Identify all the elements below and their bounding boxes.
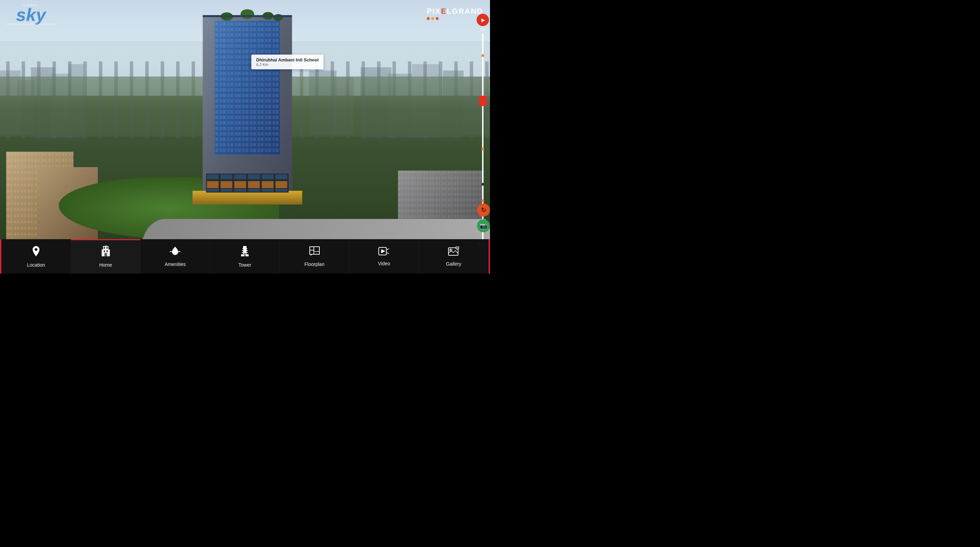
svg-rect-37 — [107, 247, 108, 249]
nav-label-floorplan: Floorplan — [305, 262, 325, 267]
svg-line-58 — [388, 253, 389, 254]
refresh-button[interactable]: ↻ — [477, 203, 490, 217]
location-tooltip: Dhirubhai Ambani Intl School 6.2 Km — [251, 55, 323, 69]
svg-rect-44 — [242, 250, 248, 251]
amenities-icon — [169, 246, 181, 259]
brand-dots — [427, 17, 483, 20]
video-icon — [378, 247, 390, 258]
gallery-icon — [448, 246, 460, 258]
slider-dot-bottom — [481, 200, 484, 202]
brand-dot-2 — [431, 17, 434, 20]
logo-tagline: A PREMIUM RESIDENTIAL PROJECT — [5, 23, 57, 25]
svg-rect-40 — [104, 253, 107, 256]
nav-item-video[interactable]: Video — [350, 239, 419, 274]
nav-item-floorplan[interactable]: Floorplan — [280, 239, 350, 274]
right-action-icons: ↻ 📷 — [477, 203, 490, 232]
svg-rect-38 — [104, 250, 105, 252]
logo: SIDDHA sky A PREMIUM RESIDENTIAL PROJECT — [5, 3, 57, 25]
slider-dot-dark — [481, 183, 484, 186]
svg-line-57 — [388, 249, 389, 249]
tooltip-distance: 6.2 Km — [256, 62, 319, 67]
nav-label-amenities: Amenities — [165, 262, 186, 267]
nav-border-right — [488, 239, 490, 274]
brand-dot-1 — [427, 17, 430, 20]
svg-marker-54 — [381, 249, 385, 253]
nav-item-amenities[interactable]: Amenities — [140, 239, 210, 274]
floorplan-icon — [309, 246, 320, 259]
camera-button[interactable]: 📷 — [477, 219, 490, 232]
tower-svg — [192, 5, 302, 205]
svg-rect-28 — [192, 191, 302, 205]
brand-dot-3 — [436, 17, 439, 20]
nav-item-home[interactable]: Home — [71, 239, 141, 274]
bottom-navigation: Location Home — [0, 239, 490, 274]
svg-rect-49 — [310, 247, 314, 250]
svg-rect-50 — [314, 247, 319, 252]
svg-rect-47 — [244, 253, 246, 256]
svg-rect-36 — [104, 247, 105, 249]
main-tower — [192, 5, 302, 205]
tower-nav-icon — [240, 245, 249, 259]
brand-name: PIXELGRAND — [427, 7, 483, 16]
svg-point-61 — [450, 249, 451, 250]
svg-rect-56 — [387, 252, 388, 254]
nav-item-gallery[interactable]: Gallery — [419, 239, 488, 274]
nav-item-tower[interactable]: Tower — [210, 239, 280, 274]
nav-label-video: Video — [378, 261, 390, 266]
tooltip-title: Dhirubhai Ambani Intl School — [256, 57, 319, 62]
speed-label: 3.0 — [480, 27, 485, 32]
refresh-icon: ↻ — [481, 206, 486, 214]
svg-rect-27 — [203, 15, 292, 17]
camera-icon: 📷 — [480, 222, 487, 230]
svg-rect-55 — [387, 249, 388, 250]
svg-rect-39 — [107, 250, 108, 252]
location-icon — [31, 245, 41, 259]
nav-label-home: Home — [99, 262, 112, 268]
active-indicator-home — [71, 239, 140, 240]
nav-label-gallery: Gallery — [446, 261, 461, 266]
logo-brand-name: SIDDHA — [23, 3, 39, 7]
nav-label-location: Location — [27, 262, 45, 268]
scene: SIDDHA sky A PREMIUM RESIDENTIAL PROJECT… — [0, 0, 490, 274]
svg-point-24 — [240, 9, 254, 19]
nav-item-location[interactable]: Location — [2, 239, 71, 274]
svg-rect-30 — [207, 174, 288, 192]
svg-rect-43 — [242, 248, 247, 249]
svg-rect-48 — [310, 247, 319, 254]
slider-thumb[interactable] — [479, 96, 487, 106]
slider-dot-mid — [481, 147, 484, 150]
svg-rect-45 — [242, 252, 248, 253]
home-icon — [100, 245, 111, 259]
nav-label-tower: Tower — [238, 262, 251, 268]
svg-rect-51 — [310, 250, 314, 254]
brand-logo: PIXELGRAND — [427, 7, 483, 20]
slider-dot-top — [481, 54, 484, 57]
logo-main: sky — [16, 7, 46, 23]
svg-rect-22 — [215, 21, 280, 155]
svg-rect-41 — [105, 245, 107, 247]
